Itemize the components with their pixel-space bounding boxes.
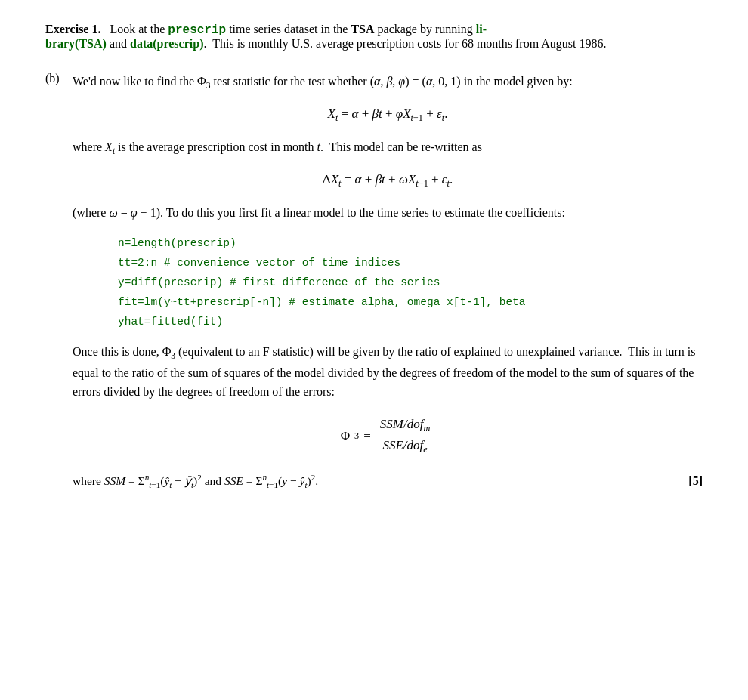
where-xt-paragraph: where Xt is the average prescription cos… [73, 137, 703, 159]
part-b-intro: We'd now like to find the Φ3 test statis… [73, 72, 703, 93]
code-line-3: y=diff(prescrip) # first difference of t… [118, 273, 703, 292]
code-block: n=length(prescrip) tt=2:n # convenience … [118, 233, 703, 331]
omega-paragraph: (where ω = φ − 1). To do this you first … [73, 203, 703, 223]
ssm-sse-definition: where SSM = Σnt=1(ŷt − ȳt)2 and SSE = Σn… [73, 471, 318, 492]
code-line-2: tt=2:n # convenience vector of time indi… [118, 253, 703, 273]
points-badge: [5] [688, 471, 703, 491]
code-line-4: fit=lm(y~tt+prescrip[-n]) # estimate alp… [118, 292, 703, 312]
part-b-content: We'd now like to find the Φ3 test statis… [73, 72, 703, 492]
prescrip-inline-code: prescrip [168, 23, 226, 37]
once-done-paragraph: Once this is done, Φ3 (equivalent to an … [73, 342, 703, 402]
part-b-label: (b) [45, 72, 73, 492]
phi3-fraction-formula: Φ3 = SSM/dofm SSE/dofe [73, 417, 703, 456]
formula-1: Xt = α + βt + φXt−1 + εt. [73, 106, 703, 124]
phi3-equation: Φ3 = SSM/dofm SSE/dofe [73, 417, 703, 456]
code-line-5: yhat=fitted(fit) [118, 312, 703, 331]
exercise-label: Exercise 1. [45, 23, 100, 35]
exercise-header: Exercise 1. Look at the prescrip time se… [45, 23, 703, 51]
library-code: li- [476, 23, 487, 35]
ssm-sse-fraction: SSM/dofm SSE/dofe [377, 417, 433, 456]
part-b-container: (b) We'd now like to find the Φ3 test st… [45, 72, 703, 492]
formula-2: ΔXt = α + βt + ωXt−1 + εt. [73, 172, 703, 190]
code-line-1: n=length(prescrip) [118, 233, 703, 253]
library-code-2: brary(TSA) [45, 37, 107, 50]
exercise-intro: Exercise 1. Look at the prescrip time se… [45, 23, 703, 51]
bottom-formula-row: where SSM = Σnt=1(ŷt − ȳt)2 and SSE = Σn… [73, 471, 703, 492]
TSA-text: TSA [351, 23, 374, 35]
data-code: data(prescrip) [130, 37, 203, 50]
